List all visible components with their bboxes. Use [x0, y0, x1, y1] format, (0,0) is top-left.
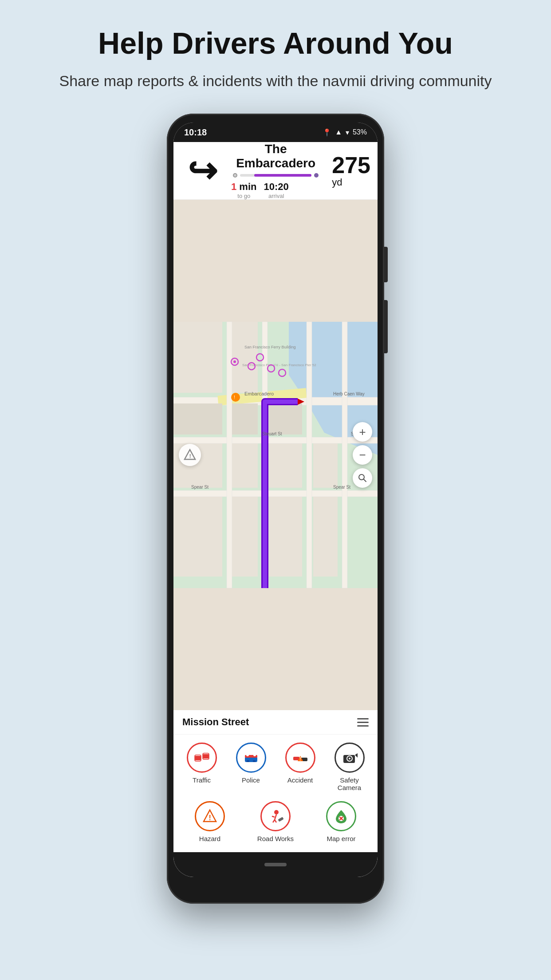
report-traffic-button[interactable]: Traffic — [178, 739, 225, 795]
svg-rect-45 — [195, 756, 201, 760]
wifi-icon: ▾ — [346, 128, 349, 137]
report-hazard-button[interactable]: ! Hazard — [193, 798, 227, 846]
safety-camera-label: Safety Camera — [327, 776, 371, 791]
report-safety-camera-button[interactable]: Safety Camera — [326, 739, 373, 795]
arrival-value: 10:20 — [264, 181, 288, 193]
svg-rect-22 — [313, 443, 338, 488]
svg-rect-20 — [269, 443, 302, 488]
svg-rect-46 — [203, 754, 209, 759]
svg-text:Embarcadero: Embarcadero — [244, 391, 274, 396]
phone-frame: 10:18 📍 ▲ ▾ 53% ↩ The Embarcadero — [167, 114, 384, 904]
svg-point-51 — [246, 754, 249, 756]
map-error-icon-circle — [326, 801, 356, 831]
svg-rect-15 — [232, 443, 258, 488]
distance-value: 275 — [332, 154, 370, 177]
svg-rect-13 — [232, 403, 258, 435]
road-works-icon — [266, 806, 285, 826]
svg-text:!: ! — [209, 814, 211, 822]
svg-rect-10 — [173, 322, 222, 393]
accident-label: Accident — [287, 776, 313, 784]
phone-nav-bar — [173, 852, 378, 877]
report-police-button[interactable]: Police — [227, 739, 275, 795]
report-road-works-button[interactable]: Road Works — [256, 798, 295, 846]
progress-start-dot — [233, 173, 237, 178]
phone-home-button[interactable] — [264, 863, 287, 866]
traffic-icon-circle — [187, 743, 217, 773]
phone-screen: 10:18 📍 ▲ ▾ 53% ↩ The Embarcadero — [173, 122, 378, 877]
svg-rect-54 — [253, 760, 256, 762]
svg-rect-53 — [247, 760, 249, 762]
road-works-icon-circle — [260, 801, 291, 831]
svg-line-67 — [272, 816, 275, 817]
progress-fill — [254, 174, 311, 177]
svg-line-66 — [275, 814, 276, 820]
menu-button[interactable] — [357, 718, 369, 727]
svg-text:Spear St: Spear St — [191, 485, 209, 490]
warning-icon: ! — [183, 448, 197, 462]
svg-rect-17 — [232, 497, 258, 577]
progress-track — [240, 174, 311, 177]
distance-box: 275 yd — [325, 142, 378, 199]
progress-active-dot — [314, 173, 319, 178]
arrival-label: arrival — [264, 193, 288, 199]
svg-rect-70 — [278, 817, 283, 822]
time-to-go-stat: 1 min to go — [231, 181, 256, 199]
police-icon — [241, 748, 261, 767]
location-icon: 📍 — [323, 128, 331, 137]
svg-point-65 — [274, 810, 279, 814]
status-icons: 📍 ▲ ▾ 53% — [323, 128, 367, 137]
signal-icon: ▲ — [335, 128, 342, 136]
page-subtitle: Share map reports & incidents with the n… — [24, 71, 527, 92]
safety-camera-icon — [340, 748, 359, 767]
search-icon — [358, 473, 367, 483]
report-incident-button[interactable]: ! — [179, 444, 201, 466]
report-grid-row1: Traffic Police — [173, 735, 378, 798]
svg-rect-8 — [307, 322, 312, 588]
safety-camera-icon-circle — [335, 743, 365, 773]
svg-point-61 — [349, 758, 350, 759]
svg-rect-9 — [342, 322, 347, 588]
hazard-icon-circle: ! — [195, 801, 225, 831]
arrival-stat: 10:20 arrival — [264, 181, 288, 199]
report-accident-button[interactable]: ! Accident — [276, 739, 324, 795]
street-name: The Embarcadero — [231, 142, 320, 170]
svg-text:San Francisco Ferry Building: San Francisco Ferry Building — [244, 345, 296, 349]
svg-text:Steuart St: Steuart St — [262, 431, 282, 436]
traffic-icon — [192, 748, 212, 767]
map-error-icon — [331, 806, 351, 826]
status-time: 10:18 — [184, 127, 207, 138]
time-to-go-value: 1 min — [231, 181, 256, 193]
svg-point-34 — [233, 360, 236, 363]
traffic-label: Traffic — [193, 776, 211, 784]
distance-unit: yd — [332, 177, 370, 188]
svg-rect-16 — [173, 497, 222, 577]
map-error-label: Map error — [327, 835, 355, 842]
svg-text:Spear St: Spear St — [333, 485, 350, 490]
hazard-icon: ! — [200, 806, 220, 826]
svg-text:!: ! — [189, 453, 191, 459]
page-title: Help Drivers Around You — [98, 27, 453, 60]
accident-icon-circle: ! — [285, 743, 315, 773]
map-area: Embarcadero Steuart St Steuart St Spear … — [173, 200, 378, 710]
nav-info: The Embarcadero 1 min to go — [231, 142, 325, 199]
time-to-go-label: to go — [231, 193, 256, 199]
zoom-in-button[interactable]: + — [353, 422, 372, 442]
hazard-label: Hazard — [199, 835, 220, 842]
svg-point-39 — [231, 393, 240, 402]
time-accent: 1 — [231, 181, 236, 192]
zoom-out-button[interactable]: − — [353, 445, 372, 465]
status-bar: 10:18 📍 ▲ ▾ 53% — [173, 122, 378, 142]
svg-point-52 — [253, 754, 256, 756]
search-map-button[interactable] — [353, 468, 372, 488]
nav-header: ↩ The Embarcadero 1 min to go — [173, 142, 378, 200]
accident-icon: ! — [291, 748, 310, 767]
svg-rect-11 — [232, 322, 258, 393]
svg-rect-12 — [173, 403, 222, 435]
bottom-street-name: Mission Street — [182, 716, 249, 728]
svg-marker-62 — [355, 753, 358, 758]
road-works-label: Road Works — [257, 835, 294, 842]
zoom-controls: + − — [353, 422, 372, 488]
report-map-error-button[interactable]: Map error — [324, 798, 358, 846]
progress-bar — [231, 173, 320, 178]
svg-rect-21 — [269, 497, 302, 577]
